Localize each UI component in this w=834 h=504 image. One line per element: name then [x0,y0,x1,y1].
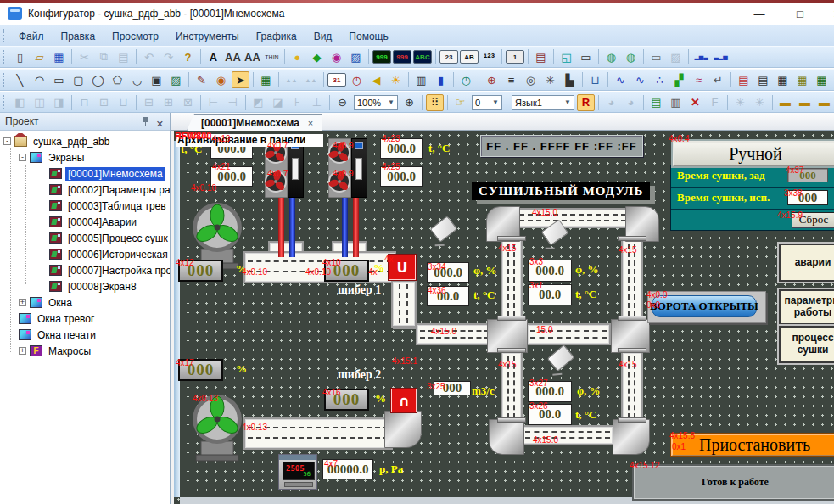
close-button[interactable]: ✕ [825,6,834,23]
book-icon[interactable]: ◆ [308,48,326,65]
hatch-rect-icon[interactable]: ▨ [667,48,685,65]
object-id-select[interactable]: 0▼ [472,95,502,110]
globe-download-icon[interactable]: ◍ [602,48,620,65]
help-icon[interactable]: ? [179,48,197,65]
panel-upload-icon[interactable]: ▬ [776,94,794,111]
paste-icon[interactable]: ▤ [115,48,132,65]
menu-инструменты[interactable]: Инструменты [167,28,248,45]
pipe-icon[interactable]: ≡ [502,71,520,88]
motor-icon[interactable]: ◎ [522,71,540,88]
minimize-button[interactable]: — [747,6,772,23]
menu-просмотр[interactable]: Просмотр [104,28,167,45]
alarm-list-icon[interactable]: ▤ [735,71,753,88]
gates-open-button[interactable]: ВОРОТА ОТКРЫТЫ [652,295,757,317]
tree-expander-icon[interactable]: - [19,154,26,161]
tree-item[interactable]: [00007]Настройка про [0,262,170,278]
multi-trend-icon[interactable]: ≈ [690,71,708,88]
font-icon[interactable]: A [204,48,222,65]
trend-icon[interactable]: ∿ [612,71,630,88]
properties-icon[interactable]: ▥ [667,94,685,111]
menu-помощь[interactable]: Помощь [340,28,396,45]
polygon-tool-icon[interactable]: ⬠ [109,71,126,88]
grid-green-icon[interactable]: ▦ [813,71,831,88]
cut-icon[interactable]: ✂ [76,48,93,65]
same-width-icon[interactable]: ⊟ [140,94,158,111]
sensor[interactable] [547,344,575,372]
rotate2-disabled-icon[interactable]: ◕ [622,94,640,111]
scatter-icon[interactable]: ∴ [651,71,669,88]
speaker-icon[interactable]: ◀ [367,71,385,88]
tree-item[interactable]: [00001]Мнемосхема [0,165,170,182]
f-disabled-icon[interactable]: F [706,94,724,111]
space-h-icon[interactable]: ⊢ [204,94,222,111]
texture-icon[interactable]: ▦ [257,71,275,88]
sensor[interactable] [430,216,458,243]
menu-вид[interactable]: Вид [305,28,341,45]
module-label[interactable]: СУШИЛЬНЫЙ МОДУЛЬ [472,182,650,200]
tree-item[interactable]: [00006]Историческая [0,246,170,262]
picture-link-icon[interactable]: ▨ [347,48,365,65]
table-icon[interactable]: ▤ [754,71,772,88]
tab-close-icon[interactable]: × [308,118,313,128]
brush-icon[interactable]: ✎ [193,71,210,88]
clock-icon[interactable]: ◷ [348,71,366,88]
tree-item[interactable]: [00005]Процесс сушк [0,230,170,246]
grid-toggle-icon[interactable]: ⠿ [426,94,444,111]
text-rotate-up-icon[interactable]: AA [224,48,242,65]
alarms-button[interactable]: аварии [779,244,834,282]
text-rotate-down-icon[interactable]: AA [243,48,261,65]
tree-item[interactable]: [00002]Параметры ра [0,182,170,198]
same-height-icon[interactable]: ⊞ [160,94,177,111]
align-middle-icon[interactable]: ⊡ [95,94,113,111]
bar-graph-alt-icon[interactable]: ▃▂▅ [712,48,730,65]
mountain-icon[interactable]: ▲▲ [283,71,300,88]
palette-icon[interactable]: ◉ [212,71,230,88]
rotate-disabled-icon[interactable]: ◕ [602,94,620,111]
hand-icon[interactable]: ☞ [451,94,469,111]
tree-item[interactable]: +Окна [0,294,170,311]
scale-icon[interactable]: ▥ [412,71,430,88]
grid-olive-icon[interactable]: ▦ [793,71,811,88]
printer-icon[interactable]: ▤ [532,48,550,65]
save-icon[interactable]: ▦ [50,48,68,65]
maximize-button[interactable]: □ [787,6,813,23]
slider-icon[interactable]: ▮ [432,71,450,88]
same-size-icon[interactable]: ⊠ [179,94,197,111]
ellipse-tool-icon[interactable]: ◯ [89,71,107,88]
panel-close-icon[interactable]: ✕ [156,115,164,133]
window-object-icon[interactable]: ▭ [577,48,595,65]
tree-item[interactable]: Окна тревог [0,311,170,327]
valve-icon[interactable]: ⊕ [483,71,501,88]
roundrect-tool-icon[interactable]: ▢ [70,71,87,88]
tree-expander-icon[interactable]: - [3,137,11,145]
xy-plot-icon[interactable]: ∿ [631,71,649,88]
digital-display-red-icon[interactable]: 999 [393,50,411,64]
align-center-icon[interactable]: ◫ [31,94,48,111]
tree-expander-icon[interactable]: + [19,347,26,355]
rect-tool-icon[interactable]: ▭ [50,71,68,88]
drying-process-button[interactable]: процесс сушки [779,326,834,363]
zoom-select[interactable]: 100%▼ [354,95,398,110]
manual-mode-button[interactable]: Ручной [673,141,834,166]
menu-файл[interactable]: Файл [10,28,53,45]
align-bottom-icon[interactable]: ⊔ [115,94,132,111]
redo-icon[interactable]: ↷ [160,48,177,65]
button-object-icon[interactable]: 1 [506,50,524,64]
datetime-display[interactable]: FF . FF . FFFF FF :FF :FF [480,135,643,157]
work-params-button[interactable]: параметры работы [779,289,834,325]
r-toggle-icon[interactable]: R [577,94,595,111]
numeric-entry-icon[interactable]: 23 [439,50,458,64]
plain-rect-icon[interactable]: ▭ [647,48,665,65]
green-chart-icon[interactable]: ▞ [670,71,688,88]
image-tool-icon[interactable]: ▨ [167,71,185,88]
fan-icon[interactable]: ✳ [541,71,559,88]
hmi-screen-canvas[interactable]: RFW800 Архивирование в панели FF . FF . … [174,131,834,504]
wheel-icon[interactable]: ◉ [327,48,345,65]
arc-tool-icon[interactable]: ◠ [31,71,48,88]
number-123-icon[interactable]: ¹²³ [480,48,498,65]
return-icon[interactable]: ↵ [709,71,727,88]
machine-icon[interactable]: ▙ [561,71,579,88]
panel-download-icon[interactable]: ▬ [796,94,814,111]
spark-disabled-icon[interactable]: ✳ [731,94,749,111]
frame-tool-icon[interactable]: ▣ [148,71,165,88]
